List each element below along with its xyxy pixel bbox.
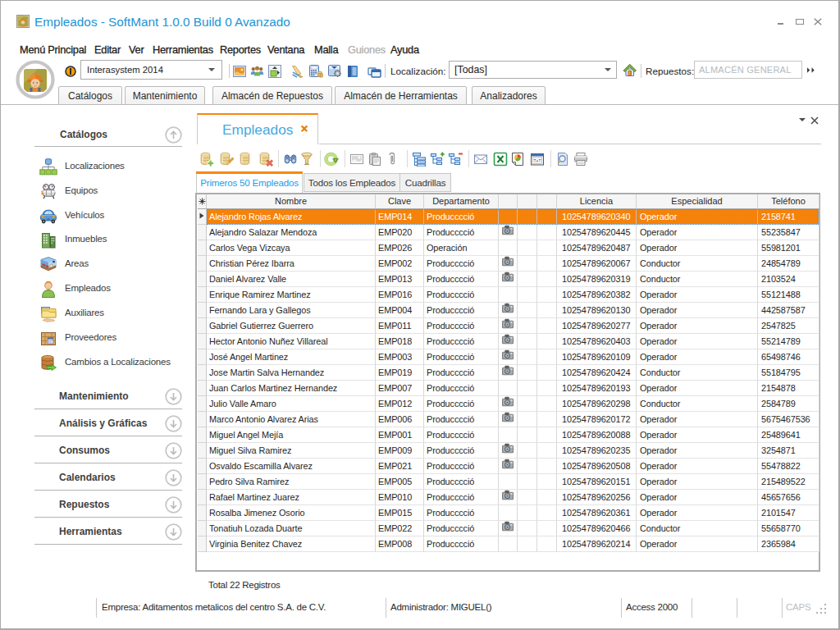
svg-text:TxT: TxT: [533, 158, 541, 163]
